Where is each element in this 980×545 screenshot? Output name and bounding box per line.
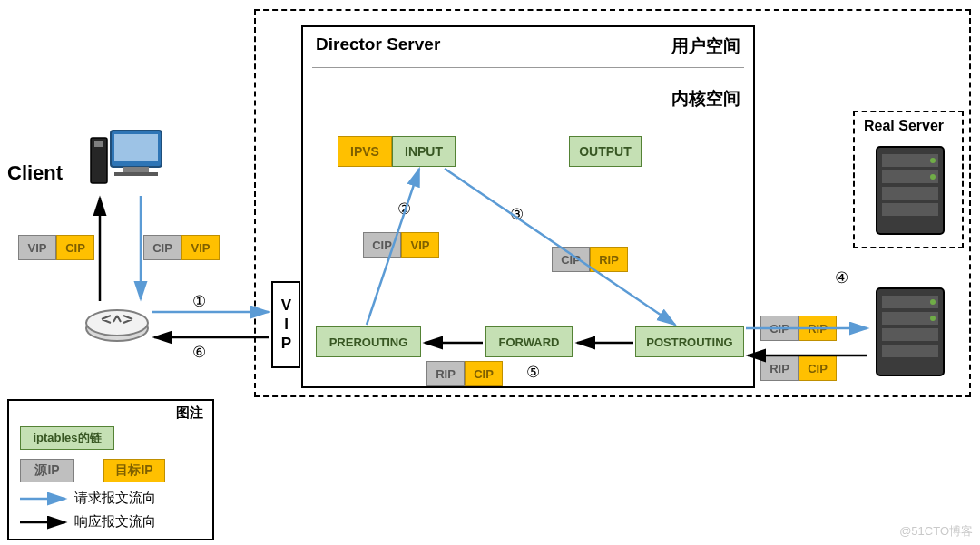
legend-req-flow: 请求报文流向	[74, 490, 156, 507]
pkt-rsback-src: RIP	[760, 355, 799, 381]
user-kernel-divider	[312, 67, 744, 68]
svg-point-21	[930, 316, 936, 321]
pkt-step5-src: RIP	[426, 361, 465, 386]
vip-vertical-text: VIP	[277, 297, 295, 354]
legend-src-ip: 源IP	[20, 459, 74, 482]
ipvs-label: IPVS	[350, 144, 379, 159]
prerouting-label: PREROUTING	[329, 336, 408, 349]
input-chain: INPUT	[392, 136, 456, 167]
user-space-label: 用户空间	[671, 34, 740, 58]
kernel-space-label: 内核空间	[671, 87, 740, 111]
router-icon	[83, 301, 151, 345]
svg-rect-18	[882, 328, 938, 341]
postrouting-label: POSTROUTING	[646, 336, 732, 349]
legend-resp-flow: 响应报文流向	[74, 513, 156, 530]
svg-rect-10	[882, 170, 938, 183]
pkt-step4-dst: RIP	[799, 316, 837, 341]
pkt-step2-src: CIP	[363, 232, 401, 258]
svg-point-7	[86, 310, 148, 336]
legend-title: 图注	[176, 404, 203, 422]
forward-chain: FORWARD	[485, 326, 573, 357]
output-label: OUTPUT	[579, 144, 632, 159]
svg-rect-16	[882, 296, 938, 308]
client-label: Client	[7, 161, 63, 185]
step-4: ④	[835, 268, 848, 287]
svg-rect-1	[114, 134, 158, 161]
svg-rect-2	[123, 167, 149, 172]
pkt-step3-src: CIP	[552, 247, 590, 272]
step-3: ③	[510, 205, 524, 224]
prerouting-chain: PREROUTING	[316, 326, 421, 357]
pkt-rsback-dst: CIP	[799, 355, 837, 381]
watermark: @51CTO博客	[899, 523, 973, 540]
pkt-step5-dst: CIP	[465, 361, 503, 386]
svg-rect-17	[882, 312, 938, 325]
svg-rect-12	[882, 203, 938, 216]
legend-iptables-chain: iptables的链	[20, 426, 114, 450]
svg-point-20	[930, 299, 936, 305]
postrouting-chain: POSTROUTING	[635, 326, 744, 357]
pkt-clientin-dst: CIP	[56, 235, 94, 260]
svg-rect-11	[882, 187, 938, 200]
pkt-clientout-dst: VIP	[181, 235, 220, 260]
director-title: Director Server	[316, 34, 440, 54]
svg-point-13	[930, 158, 936, 163]
svg-rect-9	[882, 154, 938, 167]
pkt-clientout-src: CIP	[143, 235, 181, 260]
ipvs-chain: IPVS	[338, 136, 392, 167]
svg-rect-3	[114, 172, 158, 176]
step-5: ⑤	[526, 363, 540, 382]
step-1: ①	[192, 292, 206, 311]
legend-dst-ip: 目标IP	[103, 459, 165, 482]
vip-label-box: VIP	[271, 281, 300, 368]
pkt-step3-dst: RIP	[590, 247, 628, 272]
client-pc-icon	[87, 125, 169, 194]
svg-rect-19	[882, 345, 938, 357]
step-2: ②	[397, 200, 411, 219]
pkt-step4-src: CIP	[760, 316, 799, 341]
legend-box: 图注 iptables的链 源IP 目标IP 请求报文流向 响应报文流向	[7, 399, 214, 540]
pkt-clientin-src: VIP	[18, 235, 56, 260]
svg-point-14	[930, 174, 936, 180]
output-chain: OUTPUT	[569, 136, 642, 167]
svg-rect-5	[94, 141, 103, 147]
step-6: ⑥	[192, 343, 206, 362]
server-icon-bottom	[871, 285, 949, 381]
server-icon-top	[871, 143, 949, 239]
input-label: INPUT	[405, 144, 443, 159]
pkt-step2-dst: VIP	[401, 232, 439, 258]
forward-label: FORWARD	[499, 336, 560, 349]
